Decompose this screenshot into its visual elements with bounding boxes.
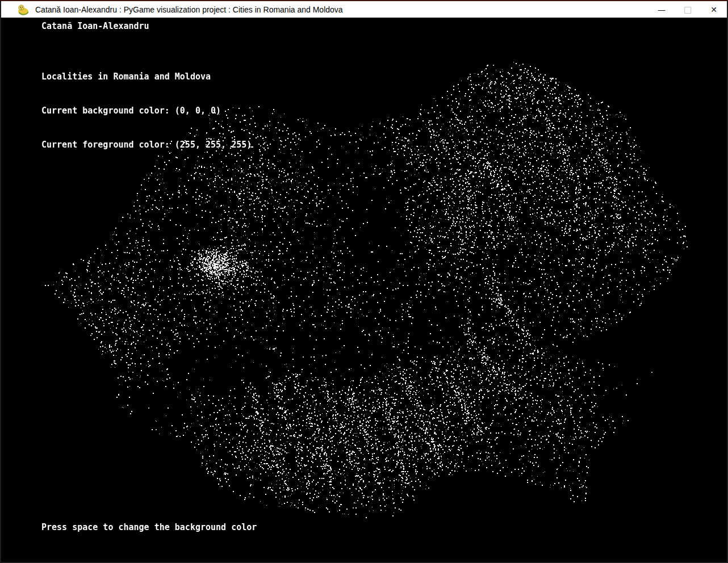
pygame-window: Catană Ioan-Alexandru : PyGame visualiza…: [0, 0, 728, 563]
foreground-color-readout: Current foreground color: (255, 255, 255…: [41, 139, 252, 150]
close-button[interactable]: ✕: [701, 1, 727, 18]
info-block: Localities in Romania and Moldova Curren…: [41, 48, 252, 173]
titlebar[interactable]: Catană Ioan-Alexandru : PyGame visualiza…: [1, 1, 727, 18]
maximize-button[interactable]: □: [675, 1, 701, 18]
window-controls: — □ ✕: [648, 1, 727, 18]
space-key-hint: Press space to change the background col…: [41, 522, 257, 533]
map-title: Localities in Romania and Moldova: [41, 71, 252, 82]
minimize-button[interactable]: —: [648, 1, 675, 18]
pygame-python-icon: [17, 3, 30, 16]
client-area: Catană Ioan-Alexandru Localities in Roma…: [1, 18, 727, 562]
author-name: Catană Ioan-Alexandru: [41, 20, 149, 32]
background-color-readout: Current background color: (0, 0, 0): [41, 105, 252, 116]
window-title: Catană Ioan-Alexandru : PyGame visualiza…: [35, 5, 343, 14]
